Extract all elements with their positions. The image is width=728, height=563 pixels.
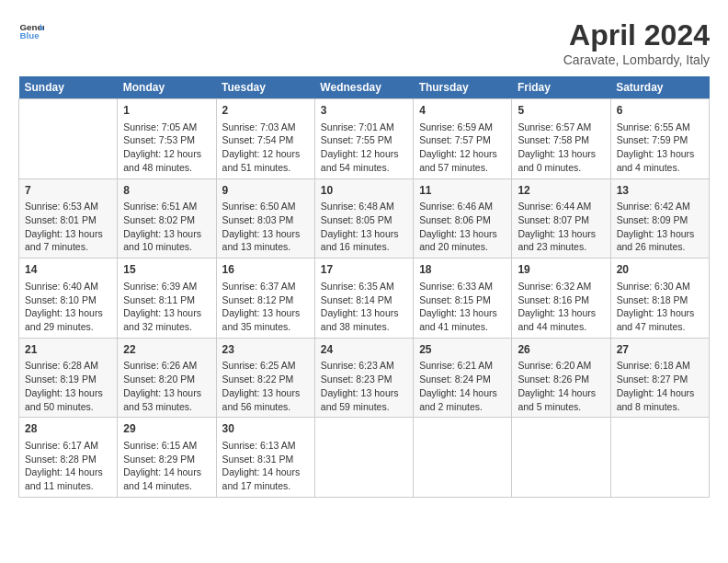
calendar-week-row: 14Sunrise: 6:40 AMSunset: 8:10 PMDayligh… <box>19 259 710 339</box>
calendar-cell <box>512 418 610 498</box>
calendar-cell: 8Sunrise: 6:51 AMSunset: 8:02 PMDaylight… <box>118 178 216 259</box>
day-number: 1 <box>123 103 210 119</box>
calendar-week-row: 28Sunrise: 6:17 AMSunset: 8:28 PMDayligh… <box>19 418 710 498</box>
calendar-week-row: 7Sunrise: 6:53 AMSunset: 8:01 PMDaylight… <box>19 178 710 259</box>
day-number: 24 <box>321 342 407 358</box>
day-number: 4 <box>419 103 506 119</box>
calendar-cell: 6Sunrise: 6:55 AMSunset: 7:59 PMDaylight… <box>610 99 709 179</box>
day-number: 27 <box>617 342 703 358</box>
calendar-header-sunday: Sunday <box>19 76 118 99</box>
calendar-week-row: 21Sunrise: 6:28 AMSunset: 8:19 PMDayligh… <box>19 338 710 418</box>
day-number: 16 <box>222 262 309 278</box>
calendar-cell <box>314 418 413 498</box>
calendar-cell: 5Sunrise: 6:57 AMSunset: 7:58 PMDaylight… <box>512 99 610 179</box>
calendar-header-friday: Friday <box>512 76 610 99</box>
svg-text:Blue: Blue <box>19 30 40 40</box>
calendar-cell: 4Sunrise: 6:59 AMSunset: 7:57 PMDaylight… <box>414 99 512 179</box>
calendar-cell: 23Sunrise: 6:25 AMSunset: 8:22 PMDayligh… <box>216 338 314 418</box>
calendar-cell: 16Sunrise: 6:37 AMSunset: 8:12 PMDayligh… <box>216 259 314 339</box>
day-number: 30 <box>222 421 309 437</box>
day-number: 8 <box>123 183 210 199</box>
calendar-cell: 24Sunrise: 6:23 AMSunset: 8:23 PMDayligh… <box>314 338 413 418</box>
calendar-header-tuesday: Tuesday <box>216 76 314 99</box>
calendar-cell: 1Sunrise: 7:05 AMSunset: 7:53 PMDaylight… <box>118 99 216 179</box>
day-number: 13 <box>617 183 703 199</box>
calendar-week-row: 1Sunrise: 7:05 AMSunset: 7:53 PMDaylight… <box>19 99 710 179</box>
day-number: 3 <box>321 103 407 119</box>
month-year-title: April 2024 <box>563 18 710 52</box>
calendar-cell <box>414 418 512 498</box>
calendar-header-thursday: Thursday <box>414 76 512 99</box>
day-number: 9 <box>222 183 309 199</box>
calendar-header-row: SundayMondayTuesdayWednesdayThursdayFrid… <box>19 76 710 99</box>
day-number: 23 <box>222 342 309 358</box>
day-number: 29 <box>123 421 210 437</box>
calendar-cell: 11Sunrise: 6:46 AMSunset: 8:06 PMDayligh… <box>414 178 512 259</box>
logo-icon: General Blue <box>18 18 44 44</box>
day-number: 28 <box>25 421 111 437</box>
calendar-cell: 3Sunrise: 7:01 AMSunset: 7:55 PMDaylight… <box>314 99 413 179</box>
day-number: 15 <box>123 262 210 278</box>
calendar-cell: 19Sunrise: 6:32 AMSunset: 8:16 PMDayligh… <box>512 259 610 339</box>
calendar-cell: 13Sunrise: 6:42 AMSunset: 8:09 PMDayligh… <box>610 178 709 259</box>
day-number: 11 <box>419 183 506 199</box>
calendar-header-saturday: Saturday <box>610 76 709 99</box>
calendar-cell: 10Sunrise: 6:48 AMSunset: 8:05 PMDayligh… <box>314 178 413 259</box>
calendar-header-monday: Monday <box>118 76 216 99</box>
calendar-cell: 17Sunrise: 6:35 AMSunset: 8:14 PMDayligh… <box>314 259 413 339</box>
calendar-cell: 28Sunrise: 6:17 AMSunset: 8:28 PMDayligh… <box>19 418 118 498</box>
calendar-cell: 25Sunrise: 6:21 AMSunset: 8:24 PMDayligh… <box>414 338 512 418</box>
day-number: 26 <box>518 342 604 358</box>
day-number: 6 <box>617 103 703 119</box>
calendar-cell: 7Sunrise: 6:53 AMSunset: 8:01 PMDaylight… <box>19 178 118 259</box>
calendar-cell: 20Sunrise: 6:30 AMSunset: 8:18 PMDayligh… <box>610 259 709 339</box>
header: General Blue April 2024 Caravate, Lombar… <box>18 18 710 67</box>
day-number: 18 <box>419 262 506 278</box>
day-number: 21 <box>25 342 111 358</box>
day-number: 12 <box>518 183 604 199</box>
day-number: 20 <box>617 262 703 278</box>
calendar-cell: 26Sunrise: 6:20 AMSunset: 8:26 PMDayligh… <box>512 338 610 418</box>
day-number: 25 <box>419 342 506 358</box>
calendar-header-wednesday: Wednesday <box>314 76 413 99</box>
location-subtitle: Caravate, Lombardy, Italy <box>563 52 710 67</box>
day-number: 2 <box>222 103 309 119</box>
calendar-table: SundayMondayTuesdayWednesdayThursdayFrid… <box>18 76 710 498</box>
day-number: 10 <box>321 183 407 199</box>
calendar-cell: 15Sunrise: 6:39 AMSunset: 8:11 PMDayligh… <box>118 259 216 339</box>
day-number: 5 <box>518 103 604 119</box>
day-number: 22 <box>123 342 210 358</box>
calendar-cell <box>610 418 709 498</box>
calendar-cell: 22Sunrise: 6:26 AMSunset: 8:20 PMDayligh… <box>118 338 216 418</box>
calendar-cell: 21Sunrise: 6:28 AMSunset: 8:19 PMDayligh… <box>19 338 118 418</box>
day-number: 7 <box>25 183 111 199</box>
day-number: 14 <box>25 262 111 278</box>
title-area: April 2024 Caravate, Lombardy, Italy <box>563 18 710 67</box>
calendar-cell <box>19 99 118 179</box>
logo: General Blue <box>18 18 44 44</box>
calendar-cell: 2Sunrise: 7:03 AMSunset: 7:54 PMDaylight… <box>216 99 314 179</box>
calendar-cell: 30Sunrise: 6:13 AMSunset: 8:31 PMDayligh… <box>216 418 314 498</box>
calendar-cell: 12Sunrise: 6:44 AMSunset: 8:07 PMDayligh… <box>512 178 610 259</box>
calendar-cell: 14Sunrise: 6:40 AMSunset: 8:10 PMDayligh… <box>19 259 118 339</box>
calendar-cell: 18Sunrise: 6:33 AMSunset: 8:15 PMDayligh… <box>414 259 512 339</box>
calendar-cell: 29Sunrise: 6:15 AMSunset: 8:29 PMDayligh… <box>118 418 216 498</box>
calendar-cell: 27Sunrise: 6:18 AMSunset: 8:27 PMDayligh… <box>610 338 709 418</box>
day-number: 17 <box>321 262 407 278</box>
day-number: 19 <box>518 262 604 278</box>
calendar-cell: 9Sunrise: 6:50 AMSunset: 8:03 PMDaylight… <box>216 178 314 259</box>
